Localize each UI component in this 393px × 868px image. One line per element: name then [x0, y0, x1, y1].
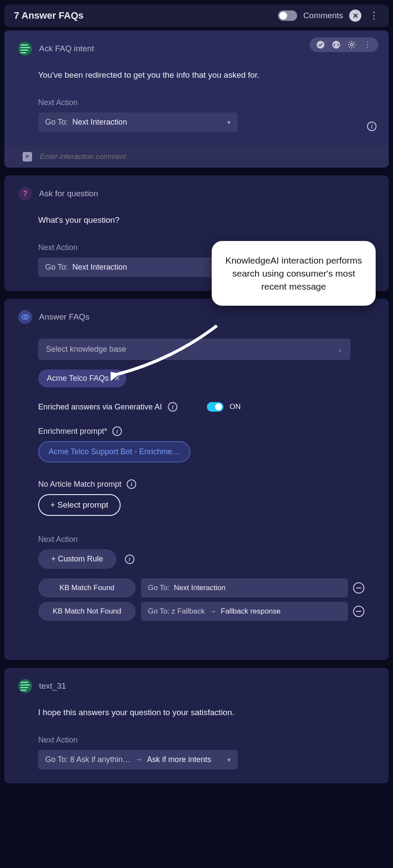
page-title: 7 Answer FAQs [14, 10, 272, 21]
arrow-right-icon: → [209, 607, 216, 616]
interaction-card-ack[interactable]: ⋮ Ack FAQ intent You've been redirected … [4, 30, 389, 168]
code-icon[interactable] [331, 40, 341, 50]
rule-goto-select[interactable]: Go To: z Fallback → Fallback response [141, 602, 348, 621]
chevron-down-icon: ▾ [227, 119, 231, 126]
knowledgeai-icon [18, 310, 32, 324]
next-action-label: Next Action [38, 736, 375, 745]
enriched-label: Enriched answers via Generative AI [38, 403, 162, 412]
enrichment-prompt-label: Enrichment prompt* [38, 427, 107, 436]
select-prompt-button[interactable]: + Select prompt [38, 494, 121, 516]
enriched-toggle[interactable] [207, 402, 223, 412]
text-statement-icon [18, 679, 32, 693]
goto-prefix: Go To: [148, 584, 170, 592]
interaction-card-knowledgeai[interactable]: Answer FAQs Select knowledge base ⌄ Acme… [4, 299, 389, 660]
next-action-label: Next Action [38, 98, 375, 107]
goto-prefix: Go To: [45, 118, 68, 127]
next-action-select[interactable]: Go To: 8 Ask if anythin… → Ask if more i… [38, 750, 238, 769]
next-action-select[interactable]: Go To: Next Interaction ▾ [38, 112, 238, 132]
no-match-prompt-label: No Article Match prompt [38, 480, 121, 489]
check-icon[interactable] [316, 40, 325, 50]
comment-icon [23, 152, 32, 162]
goto-value: Ask if more intents [147, 755, 223, 764]
info-icon[interactable]: i [168, 402, 177, 412]
card-title: Answer FAQs [39, 312, 89, 322]
svg-line-8 [354, 46, 354, 47]
svg-line-7 [349, 42, 350, 43]
goto-value: Next Interaction [72, 118, 223, 127]
rule-condition-label: KB Match Found [38, 578, 136, 597]
statement-text: I hope this answers your question to you… [38, 708, 375, 717]
rule-goto-select[interactable]: Go To: Next Interaction [141, 578, 348, 597]
goto-target: Fallback response [221, 607, 341, 616]
next-action-select[interactable]: Go To: Next Interaction [38, 257, 238, 277]
card-title: Ack FAQ intent [39, 44, 94, 53]
toggle-state-label: ON [229, 403, 241, 411]
gear-icon[interactable] [347, 40, 357, 50]
info-icon[interactable]: i [125, 554, 134, 564]
statement-text: You've been redirected to get you the in… [38, 70, 375, 80]
rule-row-match-not-found: KB Match Not Found Go To: z Fallback → F… [38, 602, 368, 621]
page-header: 7 Answer FAQs Comments ✕ ⋮ [4, 4, 389, 27]
remove-chip-icon[interactable]: ✕ [114, 374, 120, 383]
remove-rule-icon[interactable] [353, 606, 364, 617]
info-icon[interactable]: i [127, 479, 136, 489]
rule-row-match-found: KB Match Found Go To: Next Interaction [38, 578, 368, 597]
annotation-callout: KnowledgeAI interaction performs search … [212, 241, 376, 306]
goto-value: Next Interaction [72, 263, 231, 272]
comment-input[interactable] [40, 152, 370, 161]
goto-prefix: Go To: z Fallback [148, 607, 205, 616]
arrow-right-icon: → [135, 755, 143, 764]
goto-value: Next Interaction [174, 584, 341, 592]
remove-rule-icon[interactable] [353, 582, 364, 594]
card-title: text_31 [39, 681, 66, 691]
question-icon: ? [18, 187, 32, 201]
card-more-icon[interactable]: ⋮ [363, 40, 372, 50]
close-icon[interactable]: ✕ [349, 10, 361, 22]
svg-point-2 [350, 43, 353, 46]
interaction-card-text31[interactable]: text_31 I hope this answers your questio… [4, 668, 389, 783]
more-menu-icon[interactable]: ⋮ [367, 10, 379, 21]
goto-prefix: Go To: 8 Ask if anythin… [45, 755, 131, 764]
rule-condition-label: KB Match Not Found [38, 602, 136, 621]
comments-toggle[interactable] [278, 10, 297, 21]
card-title: Ask for question [39, 189, 98, 198]
goto-prefix: Go To: [45, 263, 68, 272]
kb-chip-label: Acme Telco FAQs [47, 374, 109, 383]
kb-select-placeholder: Select knowledge base [46, 345, 126, 354]
add-custom-rule-button[interactable]: + Custom Rule [38, 549, 116, 569]
comment-bar [4, 146, 389, 168]
question-text: What's your question? [38, 215, 375, 225]
chevron-down-icon: ⌄ [337, 346, 343, 353]
knowledge-base-select[interactable]: Select knowledge base ⌄ [38, 339, 350, 360]
text-statement-icon [18, 42, 32, 56]
card-toolbar: ⋮ [310, 37, 378, 52]
comments-label: Comments [303, 11, 343, 20]
kb-chip: Acme Telco FAQs ✕ [38, 370, 126, 387]
next-action-label: Next Action [38, 535, 375, 544]
chevron-down-icon: ▾ [227, 756, 231, 764]
enrichment-prompt-pill[interactable]: Acme Telco Support Bot - Enrichme… [38, 441, 190, 462]
info-icon[interactable]: i [112, 426, 122, 436]
svg-line-10 [354, 42, 354, 43]
info-icon[interactable]: i [367, 122, 377, 131]
svg-line-9 [349, 46, 350, 47]
